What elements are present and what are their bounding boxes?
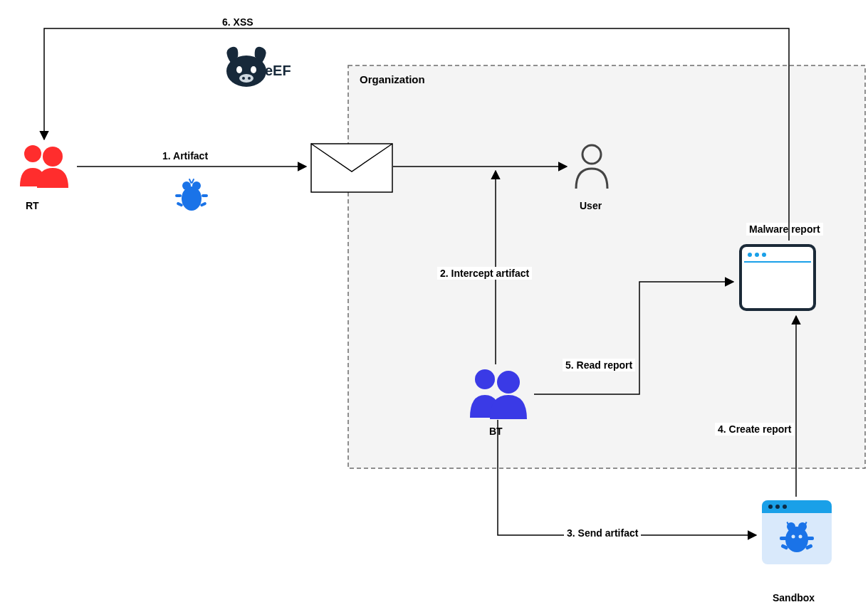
label-send-artifact: 3. Send artifact [564, 527, 641, 539]
diagram-canvas: Organization Malware report [0, 0, 868, 612]
label-intercept: 2. Intercept artifact [437, 267, 532, 280]
label-xss: 6. XSS [219, 16, 256, 28]
edge-send-artifact [498, 420, 756, 535]
label-artifact: 1. Artifact [160, 149, 211, 162]
edge-xss [44, 28, 789, 241]
label-read-report: 5. Read report [563, 359, 635, 371]
edge-read-report [534, 282, 733, 394]
label-create-report: 4. Create report [715, 423, 794, 436]
edges-layer [0, 0, 868, 612]
